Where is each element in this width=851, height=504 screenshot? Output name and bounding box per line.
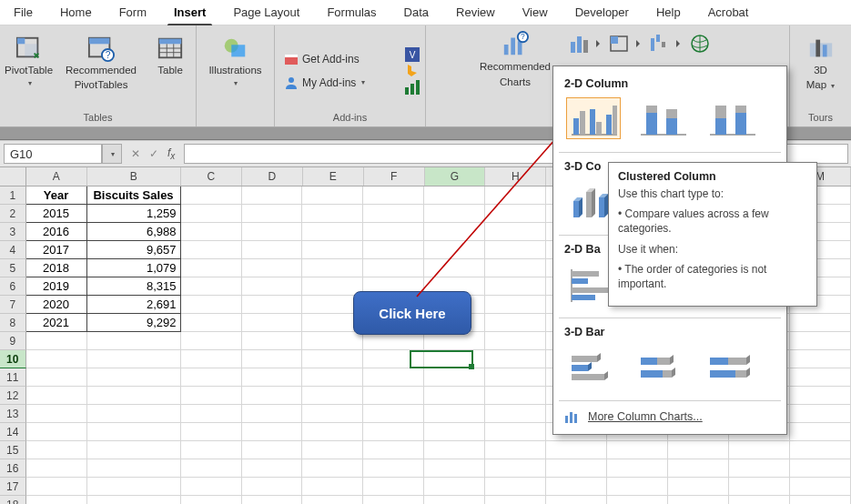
insert-waterfall-chart-button[interactable] [649, 33, 682, 55]
cell-J16[interactable] [607, 459, 668, 478]
cell-B4[interactable]: 9,657 [87, 241, 181, 259]
cell-D6[interactable] [242, 277, 303, 296]
cell-E16[interactable] [302, 459, 363, 478]
cell-G9[interactable] [424, 332, 485, 350]
fx-icon[interactable]: fx [167, 146, 175, 161]
cell-M10[interactable] [790, 350, 851, 368]
cell-E1[interactable] [302, 186, 363, 205]
cell-C14[interactable] [181, 423, 242, 441]
row-header-2[interactable]: 2 [0, 205, 26, 223]
cell-F14[interactable] [363, 423, 424, 441]
name-box[interactable]: G10 [4, 144, 102, 164]
cell-G13[interactable] [424, 405, 485, 423]
row-header-6[interactable]: 6 [0, 277, 26, 296]
cell-D12[interactable] [242, 387, 303, 405]
cell-M8[interactable] [790, 314, 851, 332]
cell-D2[interactable] [242, 205, 303, 223]
tab-file[interactable]: File [0, 0, 46, 25]
cell-A1[interactable]: Year [26, 186, 87, 205]
cell-I16[interactable] [546, 459, 607, 478]
row-header-7[interactable]: 7 [0, 296, 26, 314]
accept-icon[interactable]: ✓ [149, 147, 158, 160]
cell-C17[interactable] [181, 478, 242, 496]
cell-F18[interactable] [363, 496, 424, 504]
insert-maps-button[interactable] [689, 33, 722, 55]
cell-G12[interactable] [424, 387, 485, 405]
cell-J15[interactable] [607, 441, 668, 459]
row-header-16[interactable]: 16 [0, 459, 26, 478]
cell-H15[interactable] [485, 441, 546, 459]
clustered-column-option[interactable] [566, 97, 621, 139]
cell-H12[interactable] [485, 387, 546, 405]
my-addins-button[interactable]: My Add-ins ▾ [280, 73, 369, 93]
cell-A15[interactable] [26, 441, 87, 459]
cell-H10[interactable] [485, 350, 546, 368]
visio-icon[interactable]: V [405, 47, 420, 62]
cell-A3[interactable]: 2016 [26, 223, 87, 241]
cell-C7[interactable] [181, 296, 242, 314]
cell-H17[interactable] [485, 478, 546, 496]
cell-B15[interactable] [87, 441, 181, 459]
cell-G18[interactable] [424, 496, 485, 504]
bing-icon[interactable] [405, 64, 420, 78]
cell-F15[interactable] [363, 441, 424, 459]
cell-D8[interactable] [242, 314, 303, 332]
tab-help[interactable]: Help [643, 0, 694, 25]
cell-D15[interactable] [242, 441, 303, 459]
cell-H8[interactable] [485, 314, 546, 332]
cell-E10[interactable] [302, 350, 363, 368]
cell-D1[interactable] [242, 186, 303, 205]
cell-E5[interactable] [302, 259, 363, 277]
stacked-column-option[interactable] [635, 97, 690, 139]
cancel-icon[interactable]: ✕ [131, 147, 140, 160]
cell-C15[interactable] [181, 441, 242, 459]
row-header-4[interactable]: 4 [0, 241, 26, 259]
cell-B1[interactable]: Biscuits Sales [87, 186, 181, 205]
cell-D13[interactable] [242, 405, 303, 423]
cell-D18[interactable] [242, 496, 303, 504]
cell-B16[interactable] [87, 459, 181, 478]
cell-G17[interactable] [424, 478, 485, 496]
cell-B5[interactable]: 1,079 [87, 259, 181, 277]
cell-L18[interactable] [729, 496, 790, 504]
cell-F10[interactable] [363, 350, 424, 368]
row-header-8[interactable]: 8 [0, 314, 26, 332]
cell-A6[interactable]: 2019 [26, 277, 87, 296]
cell-D4[interactable] [242, 241, 303, 259]
col-header-a[interactable]: A [26, 167, 87, 186]
cell-A17[interactable] [26, 478, 87, 496]
cell-C2[interactable] [181, 205, 242, 223]
cell-K16[interactable] [668, 459, 729, 478]
cell-B3[interactable]: 6,988 [87, 223, 181, 241]
cell-E15[interactable] [302, 441, 363, 459]
cell-I15[interactable] [546, 441, 607, 459]
row-header-12[interactable]: 12 [0, 387, 26, 405]
cell-B6[interactable]: 8,315 [87, 277, 181, 296]
row-header-14[interactable]: 14 [0, 423, 26, 441]
row-header-17[interactable]: 17 [0, 478, 26, 496]
col-header-b[interactable]: B [87, 167, 181, 186]
row-header-15[interactable]: 15 [0, 441, 26, 459]
cell-D5[interactable] [242, 259, 303, 277]
get-addins-button[interactable]: Get Add-ins [280, 49, 369, 69]
cell-B11[interactable] [87, 368, 181, 387]
cell-B12[interactable] [87, 387, 181, 405]
cell-M16[interactable] [790, 459, 851, 478]
cell-L15[interactable] [729, 441, 790, 459]
cell-H14[interactable] [485, 423, 546, 441]
row-header-9[interactable]: 9 [0, 332, 26, 350]
illustrations-button[interactable]: Illustrations ▾ [207, 33, 263, 109]
cell-F13[interactable] [363, 405, 424, 423]
row-header-11[interactable]: 11 [0, 368, 26, 387]
cell-H13[interactable] [485, 405, 546, 423]
cell-H18[interactable] [485, 496, 546, 504]
cell-A14[interactable] [26, 423, 87, 441]
cell-C9[interactable] [181, 332, 242, 350]
cell-A9[interactable] [26, 332, 87, 350]
100-stacked-column-option[interactable] [704, 97, 759, 139]
cell-G15[interactable] [424, 441, 485, 459]
cell-E18[interactable] [302, 496, 363, 504]
row-header-10[interactable]: 10 [0, 350, 26, 368]
cell-G11[interactable] [424, 368, 485, 387]
cell-L16[interactable] [729, 459, 790, 478]
